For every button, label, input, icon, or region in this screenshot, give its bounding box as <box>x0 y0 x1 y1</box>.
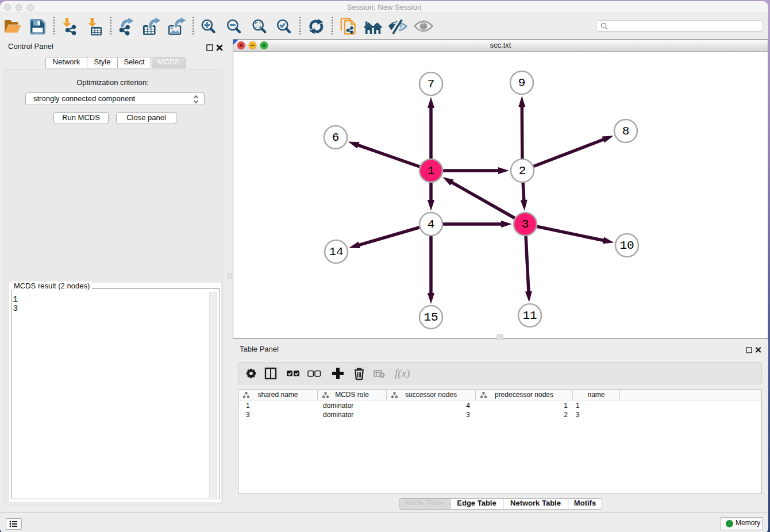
svg-text:1: 1 <box>428 164 435 178</box>
svg-text:14: 14 <box>329 245 343 259</box>
svg-text:2: 2 <box>519 164 526 178</box>
svg-text:f(x): f(x) <box>395 367 410 380</box>
svg-text:8: 8 <box>622 125 630 138</box>
svg-text:7: 7 <box>428 78 435 91</box>
svg-text:6: 6 <box>332 131 340 144</box>
svg-text:4: 4 <box>428 218 435 231</box>
svg-text:9: 9 <box>518 76 526 90</box>
svg-text:15: 15 <box>424 311 438 324</box>
svg-text:10: 10 <box>619 239 634 252</box>
svg-text:11: 11 <box>522 309 537 322</box>
svg-text:3: 3 <box>522 218 529 231</box>
